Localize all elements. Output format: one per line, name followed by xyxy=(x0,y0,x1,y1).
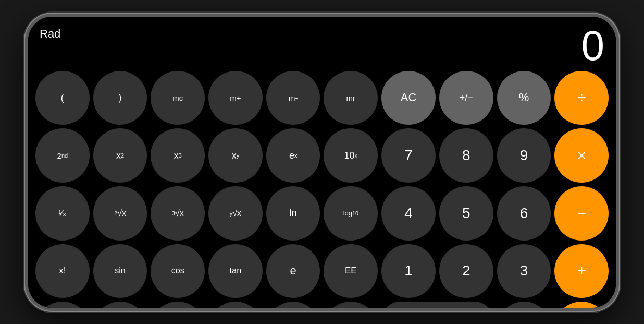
btn-6[interactable]: 6 xyxy=(497,186,551,241)
btn-7[interactable]: 7 xyxy=(381,128,436,183)
btn-ee[interactable]: EE xyxy=(324,244,378,298)
btn-1[interactable]: 1 xyxy=(381,244,436,298)
btn-3[interactable]: 3 xyxy=(497,244,551,298)
btn-percent[interactable]: % xyxy=(497,71,551,125)
btn-2nd[interactable]: 2nd xyxy=(35,128,90,183)
btn-8[interactable]: 8 xyxy=(439,128,493,183)
btn-log10[interactable]: log10 xyxy=(324,186,378,241)
btn-9[interactable]: 9 xyxy=(497,128,551,183)
btn-pi[interactable]: π xyxy=(266,302,320,310)
btn-m-minus[interactable]: m- xyxy=(266,71,320,125)
btn-m-plus[interactable]: m+ xyxy=(208,71,263,125)
calculator-screen: Rad 0 ()mcm+m-mrAC+/−%÷2ndx2x3xyex10x789… xyxy=(28,17,616,308)
btn-decimal[interactable]: . xyxy=(497,302,551,310)
btn-tan[interactable]: tan xyxy=(208,244,263,298)
btn-x2[interactable]: x2 xyxy=(93,128,147,183)
btn-4[interactable]: 4 xyxy=(381,186,436,241)
btn-ex[interactable]: ex xyxy=(266,128,320,183)
btn-1x[interactable]: ¹⁄ₓ xyxy=(35,186,90,241)
btn-x3[interactable]: x3 xyxy=(151,128,205,183)
btn-e[interactable]: e xyxy=(266,244,320,298)
btn-deg[interactable]: Deg xyxy=(35,302,90,310)
btn-zero[interactable]: 0 xyxy=(381,302,493,310)
btn-5[interactable]: 5 xyxy=(439,186,493,241)
btn-xfact[interactable]: x! xyxy=(35,244,90,298)
btn-add[interactable]: + xyxy=(554,244,609,298)
btn-mr[interactable]: mr xyxy=(324,71,378,125)
rad-label[interactable]: Rad xyxy=(40,25,60,41)
btn-cosh[interactable]: cosh xyxy=(151,302,205,310)
buttons-grid: ()mcm+m-mrAC+/−%÷2ndx2x3xyex10x789×¹⁄ₓ2√… xyxy=(35,71,609,311)
btn-tanh[interactable]: tanh xyxy=(208,302,263,310)
phone-frame: Rad 0 ()mcm+m-mrAC+/−%÷2ndx2x3xyex10x789… xyxy=(25,14,619,311)
btn-sin[interactable]: sin xyxy=(93,244,147,298)
btn-divide[interactable]: ÷ xyxy=(554,71,609,125)
btn-2[interactable]: 2 xyxy=(439,244,493,298)
btn-equals[interactable]: = xyxy=(554,302,609,310)
btn-ln[interactable]: ln xyxy=(266,186,320,241)
btn-rand[interactable]: Rand xyxy=(324,302,378,310)
btn-10x[interactable]: 10x xyxy=(324,128,378,183)
btn-paren-open[interactable]: ( xyxy=(35,71,90,125)
btn-plus-minus[interactable]: +/− xyxy=(439,71,493,125)
btn-ac[interactable]: AC xyxy=(381,71,436,125)
btn-mc[interactable]: mc xyxy=(151,71,205,125)
btn-xy[interactable]: xy xyxy=(208,128,263,183)
btn-3rtx[interactable]: 3√x xyxy=(151,186,205,241)
display-number: 0 xyxy=(581,25,605,67)
btn-2rtx[interactable]: 2√x xyxy=(93,186,147,241)
btn-sinh[interactable]: sinh xyxy=(93,302,147,310)
btn-cos[interactable]: cos xyxy=(151,244,205,298)
btn-subtract[interactable]: − xyxy=(554,186,609,241)
btn-paren-close[interactable]: ) xyxy=(93,71,147,125)
btn-yrtx[interactable]: y√x xyxy=(208,186,263,241)
display-area: Rad 0 xyxy=(35,23,609,71)
btn-multiply[interactable]: × xyxy=(554,128,609,183)
